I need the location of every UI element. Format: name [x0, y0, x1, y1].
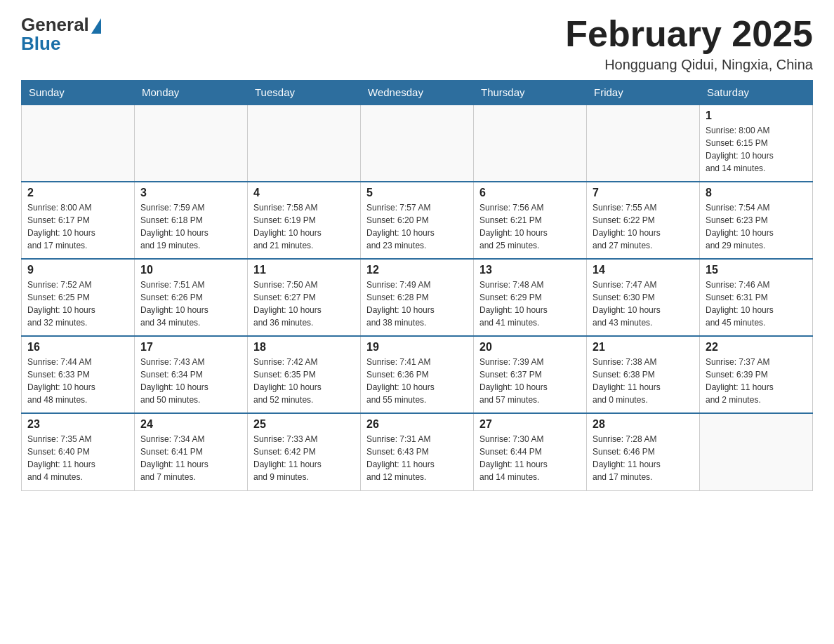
calendar-cell [361, 105, 474, 182]
calendar-cell: 25Sunrise: 7:33 AMSunset: 6:42 PMDayligh… [248, 413, 361, 490]
day-number: 1 [706, 109, 807, 122]
day-info: Sunrise: 7:49 AMSunset: 6:28 PMDaylight:… [366, 279, 468, 329]
day-info: Sunrise: 7:33 AMSunset: 6:42 PMDaylight:… [253, 433, 355, 483]
calendar-cell: 18Sunrise: 7:42 AMSunset: 6:35 PMDayligh… [248, 336, 361, 413]
weekday-header-sunday: Sunday [22, 81, 135, 105]
day-number: 2 [27, 187, 128, 199]
day-number: 13 [479, 264, 581, 276]
day-info: Sunrise: 7:56 AMSunset: 6:21 PMDaylight:… [479, 201, 581, 252]
day-info: Sunrise: 7:34 AMSunset: 6:41 PMDaylight:… [140, 433, 241, 483]
day-info: Sunrise: 7:59 AMSunset: 6:18 PMDaylight:… [140, 201, 241, 252]
calendar-cell: 8Sunrise: 7:54 AMSunset: 6:23 PMDaylight… [700, 182, 813, 259]
week-row-2: 2Sunrise: 8:00 AMSunset: 6:17 PMDaylight… [22, 182, 813, 259]
day-number: 27 [479, 418, 581, 431]
day-info: Sunrise: 7:55 AMSunset: 6:22 PMDaylight:… [593, 201, 694, 252]
calendar-cell: 1Sunrise: 8:00 AMSunset: 6:15 PMDaylight… [700, 105, 813, 182]
day-info: Sunrise: 7:35 AMSunset: 6:40 PMDaylight:… [27, 433, 128, 483]
weekday-header-saturday: Saturday [700, 81, 813, 105]
day-number: 23 [27, 418, 128, 431]
week-row-5: 23Sunrise: 7:35 AMSunset: 6:40 PMDayligh… [22, 413, 813, 490]
day-info: Sunrise: 7:50 AMSunset: 6:27 PMDaylight:… [253, 279, 355, 329]
day-info: Sunrise: 8:00 AMSunset: 6:15 PMDaylight:… [706, 124, 807, 175]
day-info: Sunrise: 7:28 AMSunset: 6:46 PMDaylight:… [593, 433, 694, 483]
day-info: Sunrise: 7:54 AMSunset: 6:23 PMDaylight:… [706, 201, 807, 252]
weekday-header-wednesday: Wednesday [361, 81, 474, 105]
day-info: Sunrise: 7:42 AMSunset: 6:35 PMDaylight:… [253, 356, 355, 406]
day-number: 22 [706, 341, 807, 354]
calendar-cell: 3Sunrise: 7:59 AMSunset: 6:18 PMDaylight… [135, 182, 248, 259]
calendar-cell: 24Sunrise: 7:34 AMSunset: 6:41 PMDayligh… [135, 413, 248, 490]
calendar-cell [135, 105, 248, 182]
day-info: Sunrise: 7:37 AMSunset: 6:39 PMDaylight:… [706, 356, 807, 406]
calendar-table: SundayMondayTuesdayWednesdayThursdayFrid… [21, 80, 813, 491]
day-number: 7 [593, 187, 694, 199]
day-info: Sunrise: 7:39 AMSunset: 6:37 PMDaylight:… [479, 356, 581, 406]
page-header: General Blue February 2025 Hongguang Qid… [21, 14, 813, 73]
calendar-cell [474, 105, 587, 182]
calendar-cell: 17Sunrise: 7:43 AMSunset: 6:34 PMDayligh… [135, 336, 248, 413]
day-number: 19 [366, 341, 468, 354]
location-text: Hongguang Qidui, Ningxia, China [565, 57, 813, 73]
calendar-cell: 20Sunrise: 7:39 AMSunset: 6:37 PMDayligh… [474, 336, 587, 413]
day-info: Sunrise: 7:31 AMSunset: 6:43 PMDaylight:… [366, 433, 468, 483]
calendar-cell: 11Sunrise: 7:50 AMSunset: 6:27 PMDayligh… [248, 259, 361, 336]
day-number: 11 [253, 264, 355, 276]
day-number: 9 [27, 264, 128, 276]
day-info: Sunrise: 7:30 AMSunset: 6:44 PMDaylight:… [479, 433, 581, 483]
day-number: 5 [366, 187, 468, 199]
calendar-cell: 9Sunrise: 7:52 AMSunset: 6:25 PMDaylight… [22, 259, 135, 336]
calendar-cell [248, 105, 361, 182]
weekday-header-thursday: Thursday [474, 81, 587, 105]
day-number: 26 [366, 418, 468, 431]
day-info: Sunrise: 7:57 AMSunset: 6:20 PMDaylight:… [366, 201, 468, 252]
day-number: 17 [140, 341, 241, 354]
day-info: Sunrise: 7:47 AMSunset: 6:30 PMDaylight:… [593, 279, 694, 329]
weekday-header-tuesday: Tuesday [248, 81, 361, 105]
day-number: 28 [593, 418, 694, 431]
calendar-cell: 4Sunrise: 7:58 AMSunset: 6:19 PMDaylight… [248, 182, 361, 259]
calendar-cell: 23Sunrise: 7:35 AMSunset: 6:40 PMDayligh… [22, 413, 135, 490]
day-info: Sunrise: 7:46 AMSunset: 6:31 PMDaylight:… [706, 279, 807, 329]
calendar-cell: 5Sunrise: 7:57 AMSunset: 6:20 PMDaylight… [361, 182, 474, 259]
week-row-4: 16Sunrise: 7:44 AMSunset: 6:33 PMDayligh… [22, 336, 813, 413]
logo: General Blue [21, 14, 101, 55]
month-title: February 2025 [565, 14, 813, 54]
calendar-cell: 15Sunrise: 7:46 AMSunset: 6:31 PMDayligh… [700, 259, 813, 336]
logo-triangle-icon [91, 18, 101, 34]
day-number: 15 [706, 264, 807, 276]
day-number: 18 [253, 341, 355, 354]
calendar-cell: 14Sunrise: 7:47 AMSunset: 6:30 PMDayligh… [587, 259, 700, 336]
calendar-cell: 27Sunrise: 7:30 AMSunset: 6:44 PMDayligh… [474, 413, 587, 490]
weekday-header-monday: Monday [135, 81, 248, 105]
day-number: 24 [140, 418, 241, 431]
calendar-cell [22, 105, 135, 182]
day-number: 10 [140, 264, 241, 276]
day-number: 20 [479, 341, 581, 354]
week-row-1: 1Sunrise: 8:00 AMSunset: 6:15 PMDaylight… [22, 105, 813, 182]
day-info: Sunrise: 7:43 AMSunset: 6:34 PMDaylight:… [140, 356, 241, 406]
day-info: Sunrise: 7:41 AMSunset: 6:36 PMDaylight:… [366, 356, 468, 406]
calendar-cell: 21Sunrise: 7:38 AMSunset: 6:38 PMDayligh… [587, 336, 700, 413]
day-info: Sunrise: 7:52 AMSunset: 6:25 PMDaylight:… [27, 279, 128, 329]
calendar-cell: 26Sunrise: 7:31 AMSunset: 6:43 PMDayligh… [361, 413, 474, 490]
day-number: 12 [366, 264, 468, 276]
calendar-cell: 12Sunrise: 7:49 AMSunset: 6:28 PMDayligh… [361, 259, 474, 336]
day-number: 21 [593, 341, 694, 354]
calendar-cell: 13Sunrise: 7:48 AMSunset: 6:29 PMDayligh… [474, 259, 587, 336]
logo-blue-text: Blue [21, 33, 60, 55]
calendar-cell: 6Sunrise: 7:56 AMSunset: 6:21 PMDaylight… [474, 182, 587, 259]
day-info: Sunrise: 7:44 AMSunset: 6:33 PMDaylight:… [27, 356, 128, 406]
weekday-header-row: SundayMondayTuesdayWednesdayThursdayFrid… [22, 81, 813, 105]
calendar-cell: 16Sunrise: 7:44 AMSunset: 6:33 PMDayligh… [22, 336, 135, 413]
day-number: 4 [253, 187, 355, 199]
day-info: Sunrise: 7:58 AMSunset: 6:19 PMDaylight:… [253, 201, 355, 252]
calendar-cell: 22Sunrise: 7:37 AMSunset: 6:39 PMDayligh… [700, 336, 813, 413]
title-area: February 2025 Hongguang Qidui, Ningxia, … [565, 14, 813, 73]
calendar-cell: 19Sunrise: 7:41 AMSunset: 6:36 PMDayligh… [361, 336, 474, 413]
day-number: 8 [706, 187, 807, 199]
day-number: 25 [253, 418, 355, 431]
calendar-cell: 10Sunrise: 7:51 AMSunset: 6:26 PMDayligh… [135, 259, 248, 336]
day-number: 14 [593, 264, 694, 276]
calendar-cell: 2Sunrise: 8:00 AMSunset: 6:17 PMDaylight… [22, 182, 135, 259]
day-number: 6 [479, 187, 581, 199]
